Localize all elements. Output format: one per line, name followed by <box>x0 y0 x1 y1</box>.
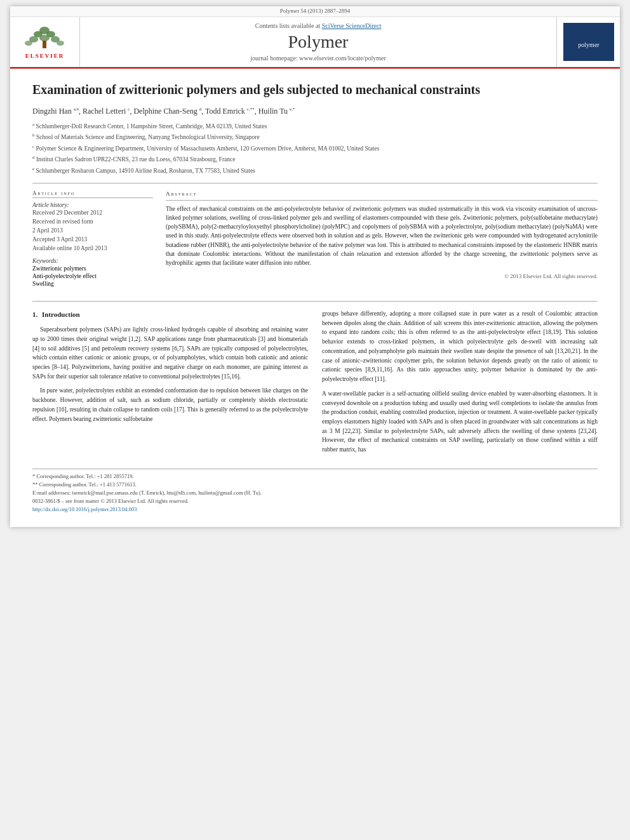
elsevier-logo-box: ELSEVIER <box>10 17 80 67</box>
elsevier-text: ELSEVIER <box>25 53 65 59</box>
intro-para1: Superabsorbent polymers (SAPs) are light… <box>32 325 308 381</box>
elsevier-icon <box>21 25 69 51</box>
svg-point-13 <box>584 27 594 37</box>
intro-para3: groups behave differently, adopting a mo… <box>322 309 598 384</box>
page: Polymer 54 (2013) 2887–2894 <box>10 6 620 527</box>
citation-strip: Polymer 54 (2013) 2887–2894 <box>10 6 620 17</box>
polymer-logo-box: polymer <box>556 17 620 67</box>
accepted-date: Accepted 3 April 2013 <box>32 236 153 243</box>
keyword-2: Anti-polyelectrolyte effect <box>32 273 153 279</box>
article-title: Examination of zwitterionic polymers and… <box>32 81 598 98</box>
keywords-label: Keywords: <box>32 258 153 264</box>
received-date: Received 29 December 2012 <box>32 210 153 216</box>
footnote-copyright: 0032-3861/$ – see front matter © 2013 El… <box>32 498 598 504</box>
abstract-col: Abstract The effect of mechanical constr… <box>166 190 598 288</box>
copyright-text: 0032-3861/$ – see front matter © 2013 El… <box>32 498 189 504</box>
svg-text:polymer: polymer <box>576 48 601 55</box>
info-abstract-section: Article info Article history: Received 2… <box>32 190 598 288</box>
authors-text: Dingzhi Han a,b, Rachel Letteri c, Delph… <box>32 107 295 116</box>
article-info-heading: Article info <box>32 190 153 198</box>
affiliation-e: e Schlumberger Rosharon Campus, 14910 Ai… <box>32 166 598 175</box>
divider-1 <box>32 183 598 183</box>
body-section: 1. Introduction Superabsorbent polymers … <box>32 301 598 512</box>
affiliation-c: c Polymer Science & Engineering Departme… <box>32 143 598 153</box>
revised-label: Received in revised form <box>32 218 153 225</box>
svg-point-12 <box>571 27 581 37</box>
intro-heading: 1. Introduction <box>32 309 308 320</box>
body-col-right: groups behave differently, adopting a mo… <box>322 309 598 460</box>
journal-header: Polymer 54 (2013) 2887–2894 <box>10 6 620 69</box>
header-main: ELSEVIER Contents lists available at Sci… <box>10 17 620 67</box>
journal-homepage: journal homepage: www.elsevier.com/locat… <box>250 55 386 62</box>
email-label: E-mail addresses: <box>32 490 70 496</box>
footnote-emails: E-mail addresses: tsemrick@mail.pse.umas… <box>32 490 598 496</box>
email-values: tsemrick@mail.pse.umass.edu (T. Emrick),… <box>72 490 262 496</box>
footnote-corresponding1: * Corresponding author. Tel.: +1 281 285… <box>32 473 598 479</box>
article-content: Examination of zwitterionic polymers and… <box>10 69 620 527</box>
intro-title: Introduction <box>42 310 80 318</box>
authors-line: Dingzhi Han a,b, Rachel Letteri c, Delph… <box>32 107 598 116</box>
footnotes: * Corresponding author. Tel.: +1 281 285… <box>32 469 598 512</box>
svg-point-14 <box>596 27 607 37</box>
affiliations: a Schlumberger-Doll Research Center, 1 H… <box>32 121 598 175</box>
doi-link[interactable]: http://dx.doi.org/10.1016/j.polymer.2013… <box>32 506 137 512</box>
contents-label: Contents lists available at <box>255 22 320 29</box>
keyword-3: Swelling <box>32 281 153 287</box>
revised-date: 2 April 2013 <box>32 227 153 234</box>
journal-name: Polymer <box>288 32 349 52</box>
polymer-logo-svg: polymer <box>563 23 614 61</box>
affiliation-a: a Schlumberger-Doll Research Center, 1 H… <box>32 121 598 131</box>
svg-rect-11 <box>563 23 614 42</box>
intro-para4: A water-swellable packer is a self-actua… <box>322 389 598 455</box>
contents-available: Contents lists available at SciVerse Sci… <box>255 22 382 29</box>
footnote-doi: http://dx.doi.org/10.1016/j.polymer.2013… <box>32 506 598 512</box>
svg-point-5 <box>39 35 50 41</box>
polymer-logo-image: polymer <box>563 23 614 61</box>
keywords-section: Keywords: Zwitterionic polymers Anti-pol… <box>32 258 153 287</box>
elsevier-box: ELSEVIER <box>21 25 69 59</box>
svg-rect-10 <box>563 23 614 61</box>
abstract-text: The effect of mechanical constraints on … <box>166 204 598 268</box>
section-num: 1. <box>32 310 37 318</box>
footnote-corresponding2: ** Corresponding author. Tel.: +1 413 57… <box>32 481 598 488</box>
article-info-col: Article info Article history: Received 2… <box>32 190 153 288</box>
svg-rect-7 <box>43 41 46 48</box>
copyright-notice: © 2013 Elsevier Ltd. All rights reserved… <box>166 272 598 281</box>
svg-point-9 <box>57 41 64 46</box>
history-label: Article history: <box>32 202 153 208</box>
abstract-heading: Abstract <box>166 190 598 201</box>
body-columns: 1. Introduction Superabsorbent polymers … <box>32 309 598 460</box>
citation-text: Polymer 54 (2013) 2887–2894 <box>280 8 351 14</box>
body-col-left: 1. Introduction Superabsorbent polymers … <box>32 309 308 460</box>
online-date: Available online 10 April 2013 <box>32 245 153 251</box>
journal-title-block: Contents lists available at SciVerse Sci… <box>80 17 556 67</box>
sciverse-link[interactable]: SciVerse ScienceDirect <box>322 22 382 29</box>
affiliation-d: d Institut Charles Sadron UPR22-CNRS, 23… <box>32 154 598 164</box>
affiliation-b: b School of Materials Science and Engine… <box>32 132 598 142</box>
intro-para2: In pure water, polyelectrolytes exhibit … <box>32 386 308 423</box>
keyword-1: Zwitterionic polymers <box>32 265 153 272</box>
homepage-text: journal homepage: www.elsevier.com/locat… <box>250 55 386 62</box>
svg-point-8 <box>25 41 32 46</box>
